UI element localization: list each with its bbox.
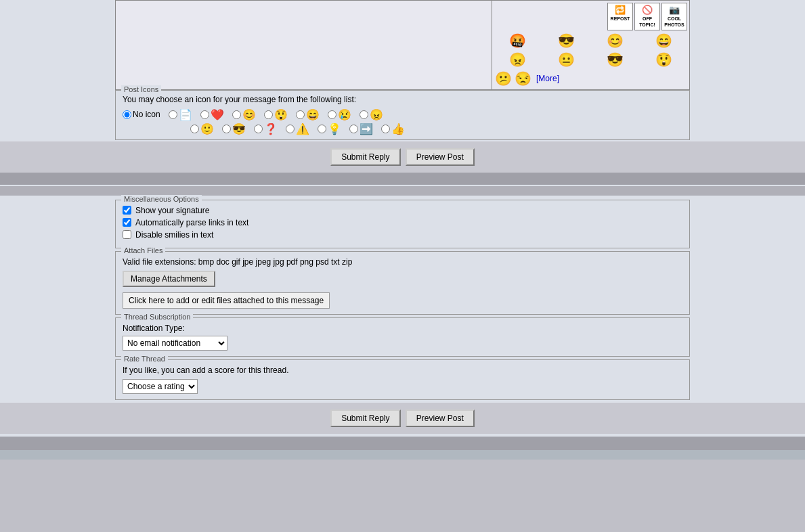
icon-emoji: 😊: [242, 108, 256, 121]
submit-reply-button-top[interactable]: Submit Reply: [330, 148, 400, 166]
preview-post-button-bottom[interactable]: Preview Post: [406, 409, 475, 427]
icon-radio[interactable]: [169, 110, 177, 119]
attach-files-legend: Attach Files: [121, 246, 165, 254]
icon-radio[interactable]: [318, 125, 326, 133]
icons-row-1: No icon 📄 ❤️ 😊: [123, 108, 682, 121]
smiley-bottom-row: 😕 😒 [More]: [494, 70, 687, 87]
attach-note-text: Click here to add or edit files attached…: [123, 292, 330, 309]
icon-choice-9[interactable]: 😎: [222, 123, 246, 135]
manage-attachments-button[interactable]: Manage Attachments: [123, 271, 215, 287]
smiley-item[interactable]: 😠: [494, 51, 542, 68]
icon-emoji: 🙂: [200, 123, 214, 135]
icon-choice-3[interactable]: 😊: [232, 108, 256, 121]
smiley-item[interactable]: 😄: [640, 32, 687, 49]
icon-choice-13[interactable]: ➡️: [349, 123, 373, 135]
icon-radio[interactable]: [254, 125, 263, 133]
parse-links-row: Automatically parse links in text: [123, 218, 682, 227]
icon-emoji: ❓: [264, 123, 278, 135]
icon-emoji: ➡️: [360, 123, 373, 135]
smiley-item[interactable]: 😎: [592, 51, 639, 68]
icon-radio[interactable]: [222, 125, 231, 133]
icon-choice-1[interactable]: 📄: [169, 108, 192, 121]
icon-choice-6[interactable]: 😢: [328, 108, 351, 121]
smiley-item[interactable]: 😎: [543, 32, 590, 49]
icon-choice-12[interactable]: 💡: [318, 123, 341, 135]
icons-container: No icon 📄 ❤️ 😊: [123, 108, 682, 135]
icon-choice-5[interactable]: 😄: [296, 108, 320, 121]
icon-emoji: ⚠️: [296, 123, 309, 135]
icon-choice-11[interactable]: ⚠️: [286, 123, 309, 135]
icon-radio[interactable]: [286, 125, 295, 133]
icon-radio[interactable]: [200, 110, 209, 119]
thread-subscription-section: Thread Subscription Notification Type: N…: [115, 317, 690, 357]
icon-emoji: 😢: [338, 108, 351, 121]
no-icon-label: No icon: [133, 110, 160, 119]
disable-smilies-label: Disable smilies in text: [135, 230, 213, 240]
icon-radio[interactable]: [349, 125, 358, 133]
show-sig-checkbox[interactable]: [123, 206, 131, 215]
disable-smilies-checkbox[interactable]: [123, 230, 131, 239]
icons-row-2: 🙂 😎 ❓ ⚠️ �: [123, 123, 682, 135]
smiley-item[interactable]: 😒: [514, 70, 532, 87]
submit-bar-top: Submit Reply Preview Post: [0, 141, 805, 173]
smiley-sidebar: 🔁 REPOST 🚫 OFFTOPIC! 📷 COOLPHOTOS 🤬 😎 😊 …: [492, 0, 690, 90]
preview-post-button-top[interactable]: Preview Post: [406, 148, 475, 166]
more-smileys-link-area: [More]: [534, 72, 562, 85]
divider-bar-2: [0, 186, 805, 196]
page-wrapper: 🔁 REPOST 🚫 OFFTOPIC! 📷 COOLPHOTOS 🤬 😎 😊 …: [0, 0, 805, 460]
icon-radio[interactable]: [381, 125, 390, 133]
misc-options-box: Miscellaneous Options Show your signatur…: [115, 200, 690, 248]
icon-emoji: 💡: [328, 123, 341, 135]
thread-subscription-box: Thread Subscription Notification Type: N…: [115, 317, 690, 357]
icon-radio[interactable]: [190, 125, 199, 133]
footer-bar-2: [0, 450, 805, 460]
special-icons-row: 🔁 REPOST 🚫 OFFTOPIC! 📷 COOLPHOTOS: [494, 3, 687, 30]
coolphotos-icon-box[interactable]: 📷 COOLPHOTOS: [661, 3, 687, 30]
submit-reply-button-bottom[interactable]: Submit Reply: [330, 409, 400, 427]
attach-files-box: Attach Files Valid file extensions: bmp …: [115, 251, 690, 315]
no-icon-radio[interactable]: [123, 110, 131, 119]
icon-radio[interactable]: [232, 110, 241, 119]
icon-choice-10[interactable]: ❓: [254, 123, 278, 135]
smiley-item[interactable]: 😊: [592, 32, 639, 49]
icon-emoji: 😎: [232, 123, 246, 135]
icon-radio[interactable]: [328, 110, 336, 119]
parse-links-checkbox[interactable]: [123, 218, 131, 227]
smiley-item[interactable]: 😐: [543, 51, 590, 68]
icon-choice-2[interactable]: ❤️: [200, 108, 224, 121]
icon-choice-14[interactable]: 👍: [381, 123, 405, 135]
notification-type-label: Notification Type:: [123, 324, 682, 333]
smiley-item[interactable]: 😲: [640, 51, 687, 68]
smiley-main-grid: 🤬 😎 😊 😄 😠 😐 😎 😲: [494, 32, 687, 68]
repost-icon-box[interactable]: 🔁 REPOST: [607, 3, 633, 30]
icon-choice-7[interactable]: 😠: [360, 108, 383, 121]
more-smileys-link[interactable]: [More]: [536, 74, 559, 83]
top-partial: 🔁 REPOST 🚫 OFFTOPIC! 📷 COOLPHOTOS 🤬 😎 😊 …: [115, 0, 690, 90]
rate-thread-select[interactable]: Choose a rating 1 - Terrible 2 - Bad 3 -…: [123, 379, 198, 394]
icon-emoji: 😲: [274, 108, 288, 121]
footer-bar-1: [0, 437, 805, 450]
icon-emoji: 📄: [179, 108, 192, 121]
post-icons-box: Post Icons You may choose an icon for yo…: [115, 90, 690, 140]
icon-choice-8[interactable]: 🙂: [190, 123, 214, 135]
smiley-item[interactable]: 🤬: [494, 32, 542, 49]
post-icons-description: You may choose an icon for your message …: [123, 95, 682, 104]
offtopic-icon-box[interactable]: 🚫 OFFTOPIC!: [634, 3, 660, 30]
rate-thread-legend: Rate Thread: [121, 355, 168, 363]
icon-radio[interactable]: [296, 110, 305, 119]
thread-subscription-legend: Thread Subscription: [121, 313, 193, 321]
post-icons-section: Post Icons You may choose an icon for yo…: [115, 90, 690, 140]
text-editor-area: [115, 0, 492, 90]
no-icon-choice[interactable]: No icon: [123, 110, 160, 119]
submit-bar-bottom: Submit Reply Preview Post: [0, 403, 805, 434]
notification-type-select[interactable]: No email notification Instant email noti…: [123, 336, 227, 351]
icon-choice-4[interactable]: 😲: [264, 108, 288, 121]
smiley-item[interactable]: 😕: [494, 70, 513, 87]
divider-bar-1: [0, 173, 805, 185]
rate-thread-box: Rate Thread If you like, you can add a s…: [115, 359, 690, 400]
icon-radio[interactable]: [264, 110, 273, 119]
attach-files-section: Attach Files Valid file extensions: bmp …: [115, 251, 690, 315]
icon-emoji: 😄: [306, 108, 320, 121]
disable-smilies-row: Disable smilies in text: [123, 230, 682, 240]
icon-radio[interactable]: [360, 110, 368, 119]
